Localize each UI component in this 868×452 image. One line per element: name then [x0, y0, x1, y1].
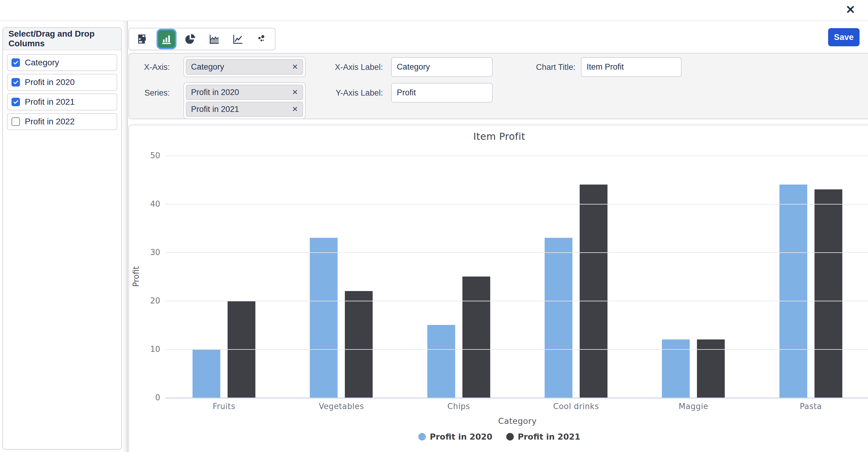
column-label: Profit in 2020: [25, 78, 75, 87]
column-item-profit-in-2021[interactable]: Profit in 2021: [7, 93, 117, 110]
category-band-fruits: Fruits: [165, 156, 283, 398]
gridline-30: [165, 252, 868, 253]
y-tick-label: 0: [143, 393, 160, 402]
y-tick-label: 40: [143, 199, 160, 208]
columns-panel-title: Select/Drag and Drop Columns: [3, 28, 121, 50]
x-axis-label-input[interactable]: [391, 57, 493, 77]
bar-profit-in-2020-pasta: [779, 185, 807, 398]
y-axis-label-input[interactable]: [391, 83, 493, 103]
horizontal-bar-chart-icon: [137, 33, 149, 45]
series-select[interactable]: Profit in 2020✕Profit in 2021✕: [183, 82, 306, 119]
chart-builder-modal: ✕ Select/Drag and Drop Columns CategoryP…: [0, 0, 868, 452]
bars-region: FruitsVegetablesChipsCool drinksMaggiePa…: [165, 156, 868, 398]
columns-panel: Select/Drag and Drop Columns CategoryPro…: [2, 27, 122, 450]
column-item-category[interactable]: Category: [7, 54, 117, 71]
panel-divider[interactable]: [122, 21, 128, 452]
check-icon: [13, 60, 19, 66]
x-tick-label: Cool drinks: [518, 402, 635, 411]
check-icon: [13, 80, 19, 85]
bar-profit-in-2020-chips: [427, 325, 455, 398]
bar-profit-in-2021-vegetables: [345, 291, 373, 398]
x-axis-title: Category: [165, 416, 868, 426]
chip-label: Profit in 2020: [191, 88, 239, 97]
x-axis-select[interactable]: Category✕: [183, 57, 306, 77]
gridline-50: [165, 156, 868, 156]
legend-marker-icon: [418, 433, 426, 441]
bar-group: [283, 156, 400, 398]
y-axis-label-field-label: Y-Axis Label:: [322, 83, 383, 103]
bar-profit-in-2021-chips: [462, 277, 490, 398]
chart-title: Item Profit: [129, 131, 868, 142]
bar-group: [165, 156, 283, 398]
chart-legend: Profit in 2020Profit in 2021: [129, 432, 868, 442]
y-tick-label: 10: [143, 345, 160, 354]
close-button[interactable]: ✕: [843, 2, 858, 17]
chip-remove-icon[interactable]: ✕: [292, 63, 298, 70]
bar-profit-in-2020-vegetables: [310, 238, 338, 398]
chip-label: Profit in 2021: [191, 105, 239, 114]
category-band-pasta: Pasta: [752, 156, 868, 398]
x-tick-label: Pasta: [752, 402, 868, 411]
selected-option-chip-category: Category✕: [186, 59, 303, 75]
x-tick-label: Maggie: [635, 402, 752, 411]
bar-group: [752, 156, 868, 398]
gridline-20: [165, 301, 868, 301]
legend-item-profit-in-2021[interactable]: Profit in 2021: [506, 432, 580, 442]
checkbox[interactable]: [11, 78, 20, 87]
category-band-maggie: Maggie: [635, 156, 752, 398]
column-item-profit-in-2022[interactable]: Profit in 2022: [7, 113, 117, 130]
chart-type-toolbar: [128, 28, 276, 50]
column-label: Profit in 2022: [25, 117, 75, 126]
column-label: Profit in 2021: [25, 97, 75, 107]
horizontal-bar-chart-button[interactable]: [134, 30, 151, 48]
selected-option-chip-profit-in-2021: Profit in 2021✕: [186, 102, 303, 117]
line-chart-icon: [232, 33, 243, 45]
pie-chart-button[interactable]: [182, 30, 198, 48]
x-tick-label: Vegetables: [283, 402, 400, 411]
main-area: Save X-Axis: Category✕ Series: Profit in…: [128, 21, 868, 452]
chip-remove-icon[interactable]: ✕: [292, 89, 298, 96]
chip-label: Category: [191, 62, 224, 72]
scatter-chart-button[interactable]: [253, 30, 270, 48]
column-chart-icon: [161, 33, 172, 45]
column-item-profit-in-2020[interactable]: Profit in 2020: [7, 74, 117, 91]
category-band-vegetables: Vegetables: [283, 156, 400, 398]
x-axis-field-label: X-Axis:: [129, 57, 170, 77]
area-chart-button[interactable]: [206, 30, 222, 48]
modal-body: Select/Drag and Drop Columns CategoryPro…: [0, 21, 868, 452]
gridline-40: [165, 204, 868, 204]
check-icon: [13, 99, 19, 105]
y-tick-label: 50: [143, 151, 160, 160]
column-label: Category: [25, 58, 59, 67]
y-tick-label: 30: [143, 248, 160, 257]
x-tick-label: Fruits: [165, 402, 283, 411]
bar-profit-in-2020-fruits: [192, 349, 220, 398]
legend-marker-icon: [506, 433, 514, 441]
gridline-0: [165, 398, 868, 398]
close-icon: ✕: [846, 3, 855, 16]
column-chart-button[interactable]: [158, 30, 175, 48]
chart-config-panel: X-Axis: Category✕ Series: Profit in 2020…: [128, 53, 868, 119]
x-tick-label: Chips: [400, 402, 518, 411]
bar-profit-in-2020-cool-drinks: [545, 238, 572, 398]
checkbox[interactable]: [11, 117, 20, 126]
bar-group: [635, 156, 752, 398]
selected-option-chip-profit-in-2020: Profit in 2020✕: [186, 85, 303, 100]
chart-title-input[interactable]: [581, 57, 682, 77]
bar-profit-in-2021-pasta: [814, 189, 842, 398]
y-axis-title: Profit: [131, 156, 141, 398]
bar-profit-in-2020-maggie: [662, 339, 690, 398]
checkbox[interactable]: [11, 98, 20, 106]
bar-group: [400, 156, 518, 398]
save-button[interactable]: Save: [828, 28, 860, 46]
legend-label: Profit in 2021: [518, 432, 580, 442]
chip-remove-icon[interactable]: ✕: [292, 106, 298, 113]
checkbox[interactable]: [11, 58, 20, 67]
pie-chart-icon: [184, 33, 196, 45]
chart-card: Item Profit Profit FruitsVegetablesChips…: [128, 125, 868, 452]
legend-item-profit-in-2020[interactable]: Profit in 2020: [418, 432, 492, 442]
category-band-chips: Chips: [400, 156, 518, 398]
x-axis-label-field-label: X-Axis Label:: [322, 57, 383, 77]
line-chart-button[interactable]: [229, 30, 246, 48]
bar-group: [518, 156, 635, 398]
